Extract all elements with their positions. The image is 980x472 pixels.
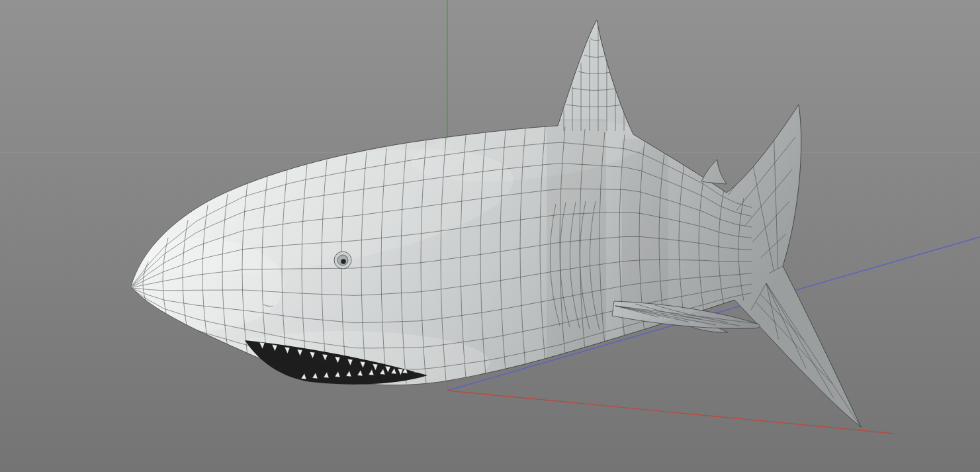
viewport-3d[interactable] [0,0,980,472]
eye [334,252,351,269]
scene-canvas[interactable] [0,0,980,472]
